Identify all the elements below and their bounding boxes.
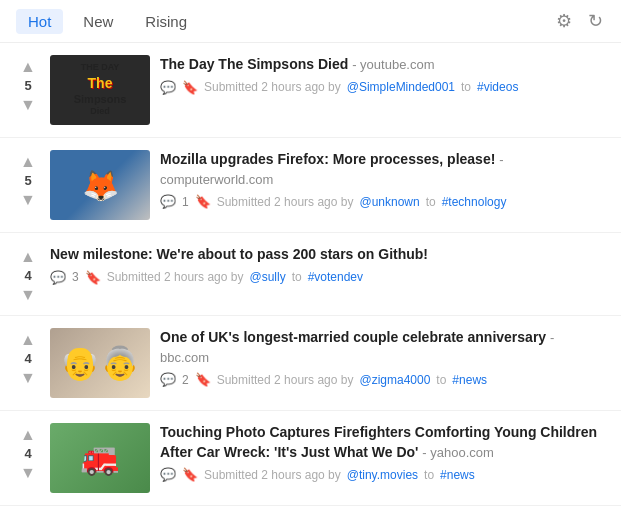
- bookmark-icon[interactable]: 🔖: [182, 80, 198, 95]
- post-thumbnail[interactable]: 🚒: [50, 423, 150, 493]
- comment-icon[interactable]: 💬: [160, 467, 176, 482]
- comment-icon[interactable]: 💬: [160, 372, 176, 387]
- comment-count: 1: [182, 195, 189, 209]
- downvote-button[interactable]: ▼: [20, 192, 36, 208]
- comment-icon[interactable]: 💬: [160, 194, 176, 209]
- bookmark-icon[interactable]: 🔖: [182, 467, 198, 482]
- post-tag[interactable]: #technology: [442, 195, 507, 209]
- post-meta: 💬🔖Submitted 2 hours ago by@SimpleMinded0…: [160, 80, 605, 95]
- refresh-icon[interactable]: ↻: [586, 8, 605, 34]
- post-title[interactable]: The Day The Simpsons Died - youtube.com: [160, 55, 605, 75]
- post-title[interactable]: Touching Photo Captures Firefighters Com…: [160, 423, 605, 462]
- bookmark-icon[interactable]: 🔖: [85, 270, 101, 285]
- post-content: New milestone: We're about to pass 200 s…: [50, 245, 605, 285]
- bookmark-icon[interactable]: 🔖: [195, 372, 211, 387]
- post-meta: 💬2🔖Submitted 2 hours ago by@zigma4000to#…: [160, 372, 605, 387]
- meta-separator: Submitted 2 hours ago by: [217, 195, 354, 209]
- comment-icon[interactable]: 💬: [50, 270, 66, 285]
- to-text: to: [461, 80, 471, 94]
- post-author[interactable]: @zigma4000: [359, 373, 430, 387]
- meta-separator: Submitted 2 hours ago by: [204, 80, 341, 94]
- vote-column: ▲4▼: [16, 245, 40, 303]
- vote-column: ▲4▼: [16, 328, 40, 386]
- upvote-button[interactable]: ▲: [20, 154, 36, 170]
- post-thumbnail[interactable]: THE DAYTheSimpsonsDied: [50, 55, 150, 125]
- comment-count: 2: [182, 373, 189, 387]
- header: Hot New Rising ⚙ ↻: [0, 0, 621, 43]
- downvote-button[interactable]: ▼: [20, 370, 36, 386]
- upvote-button[interactable]: ▲: [20, 427, 36, 443]
- post-tag[interactable]: #news: [452, 373, 487, 387]
- to-text: to: [292, 270, 302, 284]
- vote-count: 5: [24, 77, 31, 95]
- vote-column: ▲5▼: [16, 55, 40, 113]
- post-meta: 💬1🔖Submitted 2 hours ago by@unknownto#te…: [160, 194, 605, 209]
- tabs: Hot New Rising: [16, 9, 199, 34]
- header-icons: ⚙ ↻: [554, 8, 605, 34]
- post-item: ▲5▼THE DAYTheSimpsonsDiedThe Day The Sim…: [0, 43, 621, 138]
- downvote-button[interactable]: ▼: [20, 465, 36, 481]
- comment-count: 3: [72, 270, 79, 284]
- post-meta: 💬🔖Submitted 2 hours ago by@tiny.moviesto…: [160, 467, 605, 482]
- to-text: to: [436, 373, 446, 387]
- post-item: ▲5▼🦊Mozilla upgrades Firefox: More proce…: [0, 138, 621, 233]
- upvote-button[interactable]: ▲: [20, 59, 36, 75]
- post-source: - computerworld.com: [160, 152, 504, 187]
- downvote-button[interactable]: ▼: [20, 97, 36, 113]
- post-thumbnail[interactable]: 👴👵: [50, 328, 150, 398]
- post-thumbnail[interactable]: 🦊: [50, 150, 150, 220]
- vote-column: ▲4▼: [16, 423, 40, 481]
- post-title[interactable]: New milestone: We're about to pass 200 s…: [50, 245, 605, 265]
- feed: ▲5▼THE DAYTheSimpsonsDiedThe Day The Sim…: [0, 43, 621, 506]
- tab-rising[interactable]: Rising: [133, 9, 199, 34]
- post-content: The Day The Simpsons Died - youtube.com💬…: [160, 55, 605, 95]
- post-meta: 💬3🔖Submitted 2 hours ago by@sullyto#vote…: [50, 270, 605, 285]
- vote-count: 4: [24, 350, 31, 368]
- bookmark-icon[interactable]: 🔖: [195, 194, 211, 209]
- downvote-button[interactable]: ▼: [20, 287, 36, 303]
- meta-separator: Submitted 2 hours ago by: [204, 468, 341, 482]
- post-title[interactable]: Mozilla upgrades Firefox: More processes…: [160, 150, 605, 189]
- post-author[interactable]: @tiny.movies: [347, 468, 418, 482]
- post-content: Mozilla upgrades Firefox: More processes…: [160, 150, 605, 209]
- to-text: to: [424, 468, 434, 482]
- settings-icon[interactable]: ⚙: [554, 8, 574, 34]
- post-source: - yahoo.com: [422, 445, 494, 460]
- tab-new[interactable]: New: [71, 9, 125, 34]
- post-author[interactable]: @sully: [249, 270, 285, 284]
- meta-separator: Submitted 2 hours ago by: [217, 373, 354, 387]
- upvote-button[interactable]: ▲: [20, 332, 36, 348]
- post-author[interactable]: @SimpleMinded001: [347, 80, 455, 94]
- post-tag[interactable]: #videos: [477, 80, 518, 94]
- post-source: - bbc.com: [160, 330, 554, 365]
- post-source: - youtube.com: [352, 57, 434, 72]
- post-author[interactable]: @unknown: [359, 195, 419, 209]
- post-title[interactable]: One of UK's longest-married couple celeb…: [160, 328, 605, 367]
- post-tag[interactable]: #news: [440, 468, 475, 482]
- vote-count: 4: [24, 445, 31, 463]
- post-tag[interactable]: #votendev: [308, 270, 363, 284]
- post-item: ▲4▼New milestone: We're about to pass 20…: [0, 233, 621, 316]
- vote-count: 4: [24, 267, 31, 285]
- to-text: to: [426, 195, 436, 209]
- tab-hot[interactable]: Hot: [16, 9, 63, 34]
- post-item: ▲4▼🚒Touching Photo Captures Firefighters…: [0, 411, 621, 506]
- vote-count: 5: [24, 172, 31, 190]
- post-content: Touching Photo Captures Firefighters Com…: [160, 423, 605, 482]
- upvote-button[interactable]: ▲: [20, 249, 36, 265]
- meta-separator: Submitted 2 hours ago by: [107, 270, 244, 284]
- post-item: ▲4▼👴👵One of UK's longest-married couple …: [0, 316, 621, 411]
- comment-icon[interactable]: 💬: [160, 80, 176, 95]
- post-content: One of UK's longest-married couple celeb…: [160, 328, 605, 387]
- vote-column: ▲5▼: [16, 150, 40, 208]
